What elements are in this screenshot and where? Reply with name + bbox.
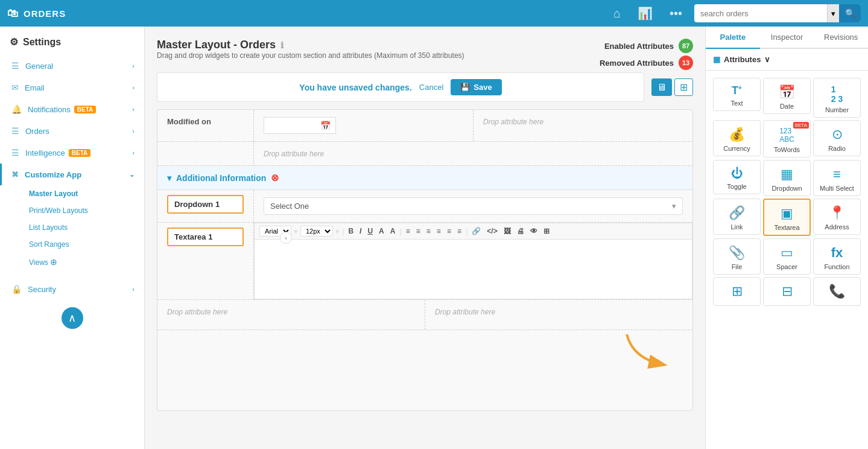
towords-icon: 123ABC [779, 127, 794, 144]
canvas-cell-modified-label: Modified on [157, 110, 254, 141]
search-dropdown-btn[interactable]: ▾ [827, 4, 839, 22]
gear-icon: ⚙ [10, 36, 18, 48]
attr-item-extra1[interactable]: ⊞ [713, 277, 761, 306]
views-add-icon[interactable]: ⊕ [50, 257, 57, 267]
attr-item-address[interactable]: 📍 Address [813, 199, 861, 235]
sidebar-item-security[interactable]: 🔒 Security › [0, 278, 144, 300]
sidebar-sub-master-layout[interactable]: Master Layout [19, 185, 144, 202]
dropdown-select[interactable]: Select One ▾ [264, 197, 683, 215]
sidebar-item-general[interactable]: ☰ General › [0, 55, 144, 77]
section-remove-btn[interactable]: ⊗ [271, 172, 279, 183]
image-btn[interactable]: 🖼 [502, 226, 513, 236]
cancel-button[interactable]: Cancel [419, 83, 443, 92]
textarea-body[interactable] [254, 239, 692, 299]
textarea-widget-label[interactable]: Textarea 1 [167, 228, 244, 246]
search-input[interactable] [694, 9, 827, 18]
code-btn[interactable]: </> [485, 226, 499, 236]
dropdown-attr-icon: ▦ [781, 167, 793, 182]
italic-btn[interactable]: I [358, 226, 363, 236]
intelligence-beta-badge: BETA [69, 149, 90, 157]
chart-icon[interactable]: 📊 [633, 4, 657, 23]
customize-icon: ✖ [11, 170, 19, 179]
attr-item-multiselect[interactable]: ≡ Multi Select [813, 160, 861, 196]
font-color-btn[interactable]: A [377, 226, 386, 236]
save-bar: You have unsaved changes. Cancel 💾 Save [157, 72, 644, 102]
attr-item-link[interactable]: 🔗 Link [713, 199, 761, 235]
chevron-right-icon: › [132, 106, 135, 113]
info-icon[interactable]: ℹ [280, 40, 284, 50]
sidebar-sub-print-web[interactable]: Print/Web Layouts [19, 202, 144, 219]
canvas-cell-bottom-right: Drop attribute here [425, 300, 692, 330]
attr-item-date[interactable]: 📅 Date [763, 78, 811, 114]
attr-item-extra2[interactable]: ⊟ [763, 277, 811, 306]
scroll-up-btn[interactable]: ∧ [62, 307, 83, 329]
preview-btn[interactable]: 👁 [528, 226, 539, 236]
attr-item-number[interactable]: 12 3 Number [813, 78, 861, 118]
section-title: Additional Information [176, 173, 266, 183]
removed-label: Removed Attributes [600, 59, 674, 68]
attr-item-textarea[interactable]: ▣ Textarea [763, 199, 811, 236]
attr-item-toggle[interactable]: ⏻ Toggle [713, 160, 761, 194]
highlight-btn[interactable]: A [388, 226, 398, 236]
bold-btn[interactable]: B [346, 226, 355, 236]
radio-icon: ⊙ [832, 127, 843, 142]
list-btn[interactable]: ≡ [445, 226, 453, 236]
multiselect-icon: ≡ [833, 167, 841, 182]
attr-label-function: Function [824, 263, 849, 270]
align-center-btn[interactable]: ≡ [414, 226, 422, 236]
more-icon[interactable]: ••• [665, 4, 687, 23]
page-subtitle: Drag and drop widgets to create your cus… [157, 51, 464, 60]
dropdown-widget-label[interactable]: Dropdown 1 [167, 195, 244, 214]
number-icon: 12 3 [831, 84, 843, 104]
calendar-icon[interactable]: 📅 [320, 121, 331, 130]
attr-item-wrapper-number: 12 3 Number [813, 78, 861, 118]
underline-btn[interactable]: U [366, 226, 375, 236]
sidebar-item-intelligence[interactable]: ☰ Intelligence BETA › [0, 142, 144, 164]
dropdown-arrow-icon: ▾ [672, 202, 676, 211]
sidebar-item-email[interactable]: ✉ Email › [0, 77, 144, 98]
shopping-bag-icon: 🛍 [7, 7, 19, 20]
tab-palette[interactable]: Palette [706, 27, 760, 49]
link-tb-btn[interactable]: 🔗 [470, 226, 483, 236]
search-submit-btn[interactable]: 🔍 [839, 4, 861, 22]
sidebar-item-orders[interactable]: ☰ Orders › [0, 120, 144, 142]
print-btn[interactable]: 🖨 [515, 226, 526, 236]
attr-item-spacer[interactable]: ▭ Spacer [763, 238, 811, 275]
sidebar-item-customize[interactable]: ✖ Customize App ⌄ [0, 164, 144, 185]
sidebar-sub-list-layouts[interactable]: List Layouts [19, 219, 144, 236]
section-collapse-btn[interactable]: ▾ [167, 173, 171, 183]
justify-btn[interactable]: ≡ [435, 226, 443, 236]
font-size-select[interactable]: 12px [300, 226, 333, 237]
sidebar-sub-views[interactable]: Views ⊕ [19, 253, 144, 271]
app-logo: 🛍 ORDERS [7, 7, 66, 20]
sidebar-item-notifications[interactable]: 🔔 Notifications BETA › [0, 98, 144, 120]
tab-revisions[interactable]: Revisions [814, 27, 868, 49]
orders-icon: ☰ [11, 126, 19, 136]
sidebar-sub-sort-ranges[interactable]: Sort Ranges [19, 236, 144, 253]
phone-icon: 📞 [829, 284, 845, 299]
desktop-view-btn[interactable]: 🖥 [651, 78, 672, 96]
table-btn[interactable]: ⊞ [542, 226, 551, 236]
sidebar-collapse-btn[interactable]: ‹ [280, 232, 292, 244]
save-button[interactable]: 💾 Save [451, 79, 501, 95]
align-right-btn[interactable]: ≡ [425, 226, 432, 236]
tab-inspector[interactable]: Inspector [760, 27, 814, 49]
dropdown-placeholder: Select One [270, 202, 309, 211]
textarea-toolbar: Arial ▾ 12px ▾ | B I U A A [254, 223, 692, 239]
attr-item-radio[interactable]: ⊙ Radio [813, 120, 861, 156]
home-icon[interactable]: ⌂ [609, 4, 626, 23]
main-content: Master Layout - Orders ℹ Drag and drop w… [145, 27, 705, 449]
attr-item-currency[interactable]: 💰 Currency [713, 120, 761, 156]
attr-item-text[interactable]: T+ Text [713, 78, 761, 111]
attr-item-extra3[interactable]: 📞 [813, 277, 861, 306]
chevron-right-icon: › [132, 149, 135, 156]
attr-item-function[interactable]: fx Function [813, 238, 861, 275]
indent-btn[interactable]: ≡ [455, 226, 463, 236]
grid-view-btn[interactable]: ⊞ [674, 78, 693, 96]
align-left-btn[interactable]: ≡ [404, 226, 412, 236]
attr-label-towords: ToWords [774, 146, 800, 153]
attr-item-wrapper-file: 📎 File [713, 238, 761, 275]
attr-item-dropdown[interactable]: ▦ Dropdown [763, 160, 811, 196]
attr-item-file[interactable]: 📎 File [713, 238, 761, 275]
attr-item-towords[interactable]: BETA 123ABC ToWords [763, 120, 811, 158]
